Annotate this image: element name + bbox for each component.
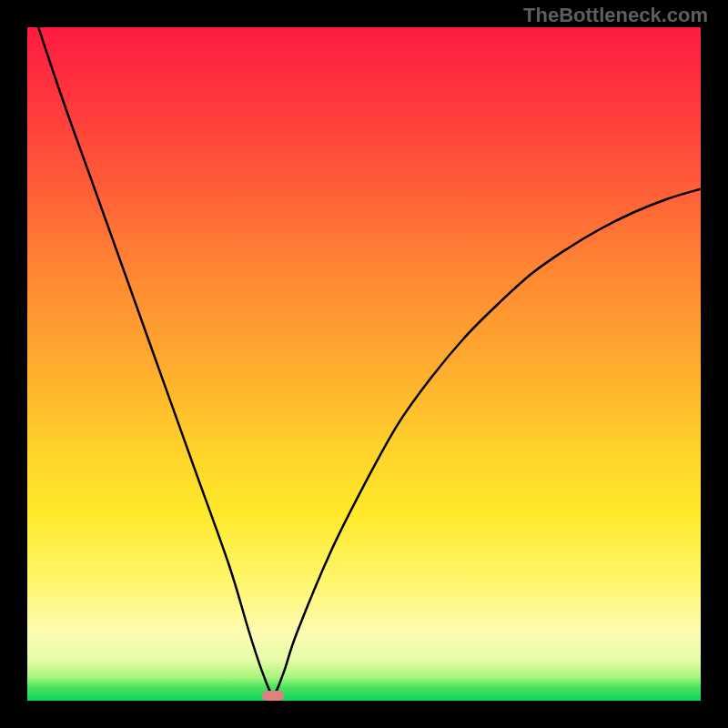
watermark-text: TheBottleneck.com	[523, 4, 708, 27]
chart-area	[27, 27, 701, 701]
bottleneck-curve-path	[27, 27, 701, 694]
optimal-point-marker	[262, 691, 284, 701]
bottleneck-curve-svg	[27, 27, 701, 701]
